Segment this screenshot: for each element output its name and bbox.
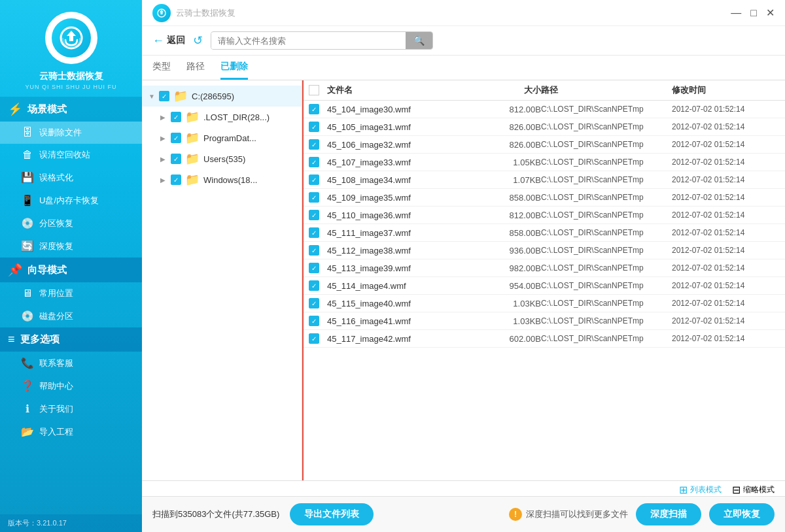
table-row[interactable]: ✓ 45_112_image38.wmf 936.00B C:\.LOST_DI… bbox=[304, 242, 785, 259]
row-checkbox[interactable]: ✓ bbox=[309, 316, 319, 326]
app-logo-area: 云骑士数据恢复 bbox=[152, 4, 236, 22]
header-size: 大小 bbox=[482, 84, 541, 96]
table-row[interactable]: ✓ 45_117_image42.wmf 602.00B C:\.LOST_DI… bbox=[304, 330, 785, 348]
tree-item-users[interactable]: ▶ ✓ 📁 Users(535) bbox=[142, 148, 302, 169]
file-size: 812.00B bbox=[482, 210, 541, 220]
table-row[interactable]: ✓ 45_105_image31.wmf 826.00B C:\.LOST_DI… bbox=[304, 118, 785, 136]
sidebar-item-help[interactable]: ❓ 帮助中心 bbox=[0, 374, 142, 397]
sidebar-item-format[interactable]: 💾 误格式化 bbox=[0, 166, 142, 189]
thumb-mode-button[interactable]: ⊟ 缩略模式 bbox=[732, 484, 775, 496]
sidebar-item-delete-file[interactable]: 🗄 误删除文件 bbox=[0, 122, 142, 144]
search-input[interactable] bbox=[211, 33, 406, 49]
table-row[interactable]: ✓ 45_114_image4.wmf 954.00B C:\.LOST_DIR… bbox=[304, 277, 785, 295]
expand-icon: ▼ bbox=[148, 93, 155, 100]
table-row[interactable]: ✓ 45_107_image33.wmf 1.05KB C:\.LOST_DIR… bbox=[304, 154, 785, 171]
tree-item-c-drive[interactable]: ▼ ✓ 📁 C:(286595) bbox=[142, 86, 302, 107]
file-list-body: ✓ 45_104_image30.wmf 812.00B C:\.LOST_DI… bbox=[304, 101, 785, 480]
table-row[interactable]: ✓ 45_111_image37.wmf 858.00B C:\.LOST_DI… bbox=[304, 224, 785, 242]
deep-scan-button[interactable]: 深度扫描 bbox=[636, 503, 701, 525]
more-options-label: 更多选项 bbox=[20, 333, 60, 346]
file-mtime: 2012-07-02 01:52:14 bbox=[672, 334, 780, 343]
search-bar: 🔍 bbox=[211, 31, 433, 50]
row-checkbox[interactable]: ✓ bbox=[309, 192, 319, 203]
sidebar: 云骑士数据恢复 YUN QI SHI SHU JU HUI FU ⚡ 场景模式 … bbox=[0, 0, 142, 532]
tree-checkbox[interactable]: ✓ bbox=[159, 91, 169, 101]
folder-icon: 📁 bbox=[185, 152, 200, 166]
select-all-checkbox[interactable] bbox=[309, 85, 319, 95]
refresh-button[interactable]: ↺ bbox=[193, 33, 203, 48]
app-name-display: 云骑士数据恢复 bbox=[176, 7, 236, 19]
table-row[interactable]: ✓ 45_115_image40.wmf 1.03KB C:\.LOST_DIR… bbox=[304, 295, 785, 312]
tab-type[interactable]: 类型 bbox=[152, 61, 171, 80]
tree-checkbox[interactable]: ✓ bbox=[171, 175, 181, 185]
row-checkbox[interactable]: ✓ bbox=[309, 139, 319, 150]
tab-path[interactable]: 路径 bbox=[186, 61, 205, 80]
back-label: 返回 bbox=[167, 35, 185, 46]
sidebar-item-about[interactable]: ℹ 关于我们 bbox=[0, 397, 142, 420]
file-name: 45_114_image4.wmf bbox=[327, 281, 482, 291]
row-checkbox[interactable]: ✓ bbox=[309, 245, 319, 256]
sidebar-more-header[interactable]: ≡ 更多选项 bbox=[0, 327, 142, 352]
file-path: C:\.LOST_DIR\ScanNPETmp bbox=[541, 122, 672, 131]
file-name: 45_104_image30.wmf bbox=[327, 105, 482, 114]
file-mtime: 2012-07-02 01:52:14 bbox=[672, 246, 780, 255]
table-row[interactable]: ✓ 45_104_image30.wmf 812.00B C:\.LOST_DI… bbox=[304, 101, 785, 118]
row-checkbox[interactable]: ✓ bbox=[309, 263, 319, 273]
recover-btn-container: 立即恢复 ↓ bbox=[709, 503, 775, 525]
file-name: 45_116_image41.wmf bbox=[327, 316, 482, 326]
file-path: C:\.LOST_DIR\ScanNPETmp bbox=[541, 246, 672, 255]
close-button[interactable]: ✕ bbox=[766, 7, 775, 19]
row-checkbox[interactable]: ✓ bbox=[309, 333, 319, 344]
table-row[interactable]: ✓ 45_108_image34.wmf 1.07KB C:\.LOST_DIR… bbox=[304, 171, 785, 189]
tree-checkbox[interactable]: ✓ bbox=[171, 133, 181, 143]
tree-item-windows[interactable]: ▶ ✓ 📁 Windows(18... bbox=[142, 169, 302, 190]
sidebar-item-import[interactable]: 📂 导入工程 bbox=[0, 420, 142, 443]
tab-deleted-label: 已删除 bbox=[220, 61, 248, 71]
row-checkbox[interactable]: ✓ bbox=[309, 104, 319, 114]
tree-item-lost-dir[interactable]: ▶ ✓ 📁 .LOST_DIR(28...) bbox=[142, 107, 302, 127]
sidebar-item-usb[interactable]: 📱 U盘/内存卡恢复 bbox=[0, 189, 142, 212]
list-mode-button[interactable]: ⊞ 列表模式 bbox=[679, 484, 722, 496]
sidebar-item-partition[interactable]: 💿 分区恢复 bbox=[0, 212, 142, 235]
export-button[interactable]: 导出文件列表 bbox=[290, 503, 374, 525]
row-checkbox[interactable]: ✓ bbox=[309, 280, 319, 291]
file-mtime: 2012-07-02 01:52:14 bbox=[672, 210, 780, 220]
tree-checkbox[interactable]: ✓ bbox=[171, 154, 181, 164]
bottom-bar-container: ⊞ 列表模式 ⊟ 缩略模式 扫描到535083个文件(共77.35GB) 导出文… bbox=[142, 480, 785, 532]
scene-mode-icon: ⚡ bbox=[8, 102, 22, 116]
row-checkbox[interactable]: ✓ bbox=[309, 175, 319, 185]
sidebar-item-label: 帮助中心 bbox=[39, 380, 73, 392]
sidebar-scene-mode-header[interactable]: ⚡ 场景模式 bbox=[0, 97, 142, 122]
row-checkbox[interactable]: ✓ bbox=[309, 210, 319, 220]
sidebar-item-label: 误清空回收站 bbox=[39, 149, 90, 161]
header-mtime: 修改时间 bbox=[672, 84, 780, 96]
row-checkbox[interactable]: ✓ bbox=[309, 157, 319, 167]
table-row[interactable]: ✓ 45_106_image32.wmf 826.00B C:\.LOST_DI… bbox=[304, 136, 785, 154]
table-row[interactable]: ✓ 45_113_image39.wmf 982.00B C:\.LOST_DI… bbox=[304, 259, 785, 277]
table-row[interactable]: ✓ 45_110_image36.wmf 812.00B C:\.LOST_DI… bbox=[304, 207, 785, 224]
sidebar-item-common-loc[interactable]: 🖥 常用位置 bbox=[0, 282, 142, 305]
table-row[interactable]: ✓ 45_109_image35.wmf 858.00B C:\.LOST_DI… bbox=[304, 189, 785, 207]
logo-icon bbox=[52, 18, 91, 58]
maximize-button[interactable]: □ bbox=[750, 7, 757, 19]
minimize-button[interactable]: — bbox=[731, 7, 741, 19]
file-name: 45_106_image32.wmf bbox=[327, 140, 482, 150]
sidebar-wizard-mode-header[interactable]: 📌 向导模式 bbox=[0, 258, 142, 282]
row-checkbox[interactable]: ✓ bbox=[309, 122, 319, 132]
sidebar-item-deep-recover[interactable]: 🔄 深度恢复 bbox=[0, 235, 142, 258]
file-size: 826.00B bbox=[482, 122, 541, 132]
row-checkbox[interactable]: ✓ bbox=[309, 298, 319, 308]
folder-icon: 📁 bbox=[185, 131, 200, 145]
recover-button[interactable]: 立即恢复 bbox=[709, 503, 775, 525]
tab-deleted[interactable]: 已删除 bbox=[220, 61, 248, 80]
sidebar-item-contact[interactable]: 📞 联系客服 bbox=[0, 352, 142, 374]
search-button[interactable]: 🔍 bbox=[406, 32, 432, 49]
tree-item-programdata[interactable]: ▶ ✓ 📁 ProgramDat... bbox=[142, 127, 302, 148]
table-row[interactable]: ✓ 45_116_image41.wmf 1.03KB C:\.LOST_DIR… bbox=[304, 312, 785, 330]
sidebar-item-disk-partition[interactable]: 💿 磁盘分区 bbox=[0, 305, 142, 327]
sidebar-item-recycle[interactable]: 🗑 误清空回收站 bbox=[0, 144, 142, 166]
row-checkbox[interactable]: ✓ bbox=[309, 227, 319, 238]
tree-checkbox[interactable]: ✓ bbox=[171, 112, 181, 122]
header-checkbox-col bbox=[309, 85, 327, 95]
back-button[interactable]: ← 返回 bbox=[152, 34, 185, 48]
